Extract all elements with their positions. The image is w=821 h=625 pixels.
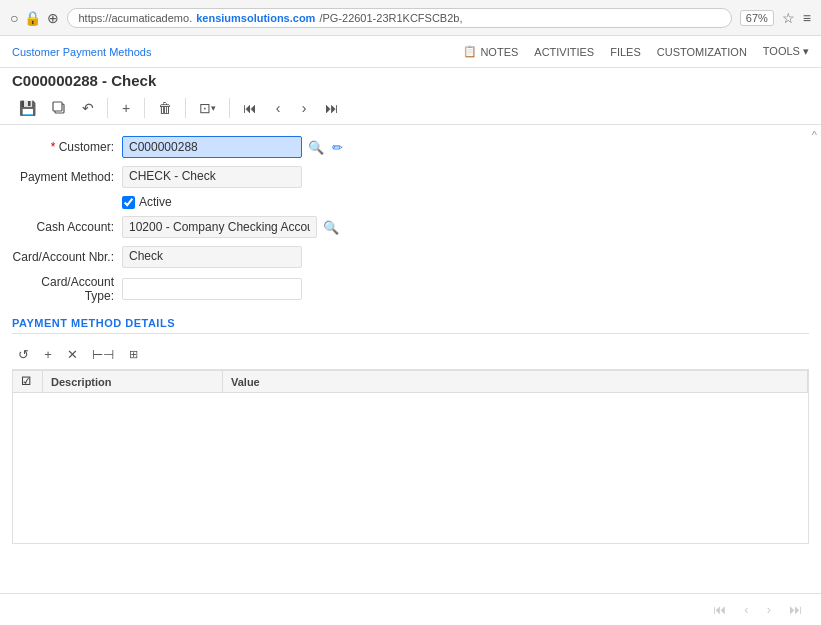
grid-header-description-label: Description <box>51 376 112 388</box>
card-account-nbr-row: Card/Account Nbr.: Check <box>12 245 809 269</box>
bookmark-icon[interactable]: ☆ <box>782 10 795 26</box>
bottom-pagination-bar: ⏮ ‹ › ⏭ <box>0 593 821 625</box>
cash-account-label: Cash Account: <box>12 220 122 234</box>
separator-3 <box>185 98 186 118</box>
cash-account-search-button[interactable]: 🔍 <box>321 220 341 235</box>
card-account-type-label: Card/Account Type: <box>12 275 122 303</box>
grid-header-selector: ☑ <box>13 371 43 392</box>
separator-2 <box>144 98 145 118</box>
grid-add-button[interactable]: + <box>37 344 59 365</box>
payment-method-input-group: CHECK - Check <box>122 166 302 188</box>
activities-label: ACTIVITIES <box>534 46 594 58</box>
files-button[interactable]: FILES <box>610 46 641 58</box>
circle-icon: ○ <box>10 10 18 26</box>
grid-sub-toolbar: ↺ + ✕ ⊢⊣ ⊞ <box>12 340 809 370</box>
payment-method-value: CHECK - Check <box>122 166 302 188</box>
dropdown-arrow: ▾ <box>211 103 216 113</box>
active-checkbox[interactable] <box>122 196 135 209</box>
activities-button[interactable]: ACTIVITIES <box>534 46 594 58</box>
card-account-type-value <box>122 278 302 300</box>
delete-button[interactable]: 🗑 <box>151 96 179 120</box>
scroll-up-indicator: ^ <box>812 129 817 141</box>
customization-label: CUSTOMIZATION <box>657 46 747 58</box>
grid-refresh-button[interactable]: ↺ <box>12 344 35 365</box>
save-button[interactable]: 💾 <box>12 96 43 120</box>
main-form-section: Customer: 🔍 ✏ Payment Method: CHECK - Ch… <box>12 135 809 544</box>
copy-icon <box>52 101 66 115</box>
last-record-button[interactable]: ⏭ <box>318 96 346 120</box>
zoom-level[interactable]: 67% <box>740 10 774 26</box>
grid-export-button[interactable]: ⊞ <box>122 345 144 364</box>
url-domain: kensiumsolutions.com <box>196 12 315 24</box>
browser-chrome: ○ 🔒 ⊕ https://acumaticademo.kensiumsolut… <box>0 0 821 36</box>
bottom-first-button[interactable]: ⏮ <box>706 599 733 620</box>
cash-account-row: Cash Account: 🔍 <box>12 215 809 239</box>
copy-button[interactable] <box>45 97 73 119</box>
customer-input-group: 🔍 ✏ <box>122 136 345 158</box>
customer-row: Customer: 🔍 ✏ <box>12 135 809 159</box>
customer-search-button[interactable]: 🔍 <box>306 140 326 155</box>
card-account-nbr-label: Card/Account Nbr.: <box>12 250 122 264</box>
next-record-button[interactable]: › <box>292 96 316 120</box>
card-account-type-row: Card/Account Type: <box>12 275 809 303</box>
separator-1 <box>107 98 108 118</box>
bottom-last-button[interactable]: ⏭ <box>782 599 809 620</box>
cash-account-input[interactable] <box>122 216 317 238</box>
cash-account-input-group: 🔍 <box>122 216 341 238</box>
customer-input[interactable] <box>122 136 302 158</box>
files-label: FILES <box>610 46 641 58</box>
payment-method-label: Payment Method: <box>12 170 122 184</box>
grid-header: ☑ Description Value <box>13 371 808 393</box>
site-settings-icon[interactable]: ⊕ <box>47 10 59 26</box>
app-container: Customer Payment Methods 📋 NOTES ACTIVIT… <box>0 36 821 625</box>
url-bar[interactable]: https://acumaticademo.kensiumsolutions.c… <box>67 8 731 28</box>
add-button[interactable]: + <box>114 96 138 120</box>
svg-rect-1 <box>53 102 62 111</box>
breadcrumb[interactable]: Customer Payment Methods <box>12 46 151 58</box>
grid-body <box>13 393 808 543</box>
payment-method-row: Payment Method: CHECK - Check <box>12 165 809 189</box>
grid-fit-button[interactable]: ⊢⊣ <box>86 344 120 365</box>
first-record-button[interactable]: ⏮ <box>236 96 264 120</box>
url-path: /PG-22601-23R1KCFSCB2b, <box>319 12 462 24</box>
active-label-text: Active <box>139 195 172 209</box>
bottom-prev-button[interactable]: ‹ <box>737 599 755 620</box>
card-account-nbr-value: Check <box>122 246 302 268</box>
grid-header-value[interactable]: Value <box>223 371 808 392</box>
notes-button[interactable]: 📋 NOTES <box>463 45 518 58</box>
active-checkbox-label[interactable]: Active <box>122 195 172 209</box>
tools-button[interactable]: TOOLS ▾ <box>763 45 809 58</box>
form-content: ^ Customer: 🔍 ✏ Payment Method: CHECK - … <box>0 125 821 593</box>
prev-record-button[interactable]: ‹ <box>266 96 290 120</box>
payment-details-grid: ☑ Description Value <box>12 370 809 544</box>
page-title: C000000288 - Check <box>12 72 156 89</box>
browser-nav-icons[interactable]: ○ 🔒 ⊕ <box>10 10 59 26</box>
customer-edit-button[interactable]: ✏ <box>330 140 345 155</box>
payment-details-section-header: PAYMENT METHOD DETAILS <box>12 309 809 334</box>
clipboard-dropdown-button[interactable]: ⊡ ▾ <box>192 96 223 120</box>
nav-actions: 📋 NOTES ACTIVITIES FILES CUSTOMIZATION T… <box>463 45 809 58</box>
undo-button[interactable]: ↶ <box>75 96 101 120</box>
active-checkbox-row: Active <box>122 195 809 209</box>
menu-icon[interactable]: ≡ <box>803 10 811 26</box>
browser-actions[interactable]: ☆ ≡ <box>782 10 811 26</box>
bottom-next-button[interactable]: › <box>760 599 778 620</box>
notes-icon: 📋 <box>463 45 477 58</box>
separator-4 <box>229 98 230 118</box>
url-prefix: https://acumaticademo. <box>78 12 192 24</box>
grid-header-description[interactable]: Description <box>43 371 223 392</box>
grid-delete-button[interactable]: ✕ <box>61 344 84 365</box>
customization-button[interactable]: CUSTOMIZATION <box>657 46 747 58</box>
page-title-bar: C000000288 - Check <box>0 68 821 91</box>
tools-label: TOOLS ▾ <box>763 45 809 58</box>
grid-header-value-label: Value <box>231 376 260 388</box>
main-toolbar: 💾 ↶ + 🗑 ⊡ ▾ ⏮ ‹ › ⏭ <box>0 91 821 125</box>
clipboard-icon: ⊡ <box>199 100 211 116</box>
lock-icon: 🔒 <box>24 10 41 26</box>
top-nav: Customer Payment Methods 📋 NOTES ACTIVIT… <box>0 36 821 68</box>
customer-label: Customer: <box>12 140 122 154</box>
grid-checkbox-icon: ☑ <box>21 375 31 388</box>
notes-label: NOTES <box>480 46 518 58</box>
